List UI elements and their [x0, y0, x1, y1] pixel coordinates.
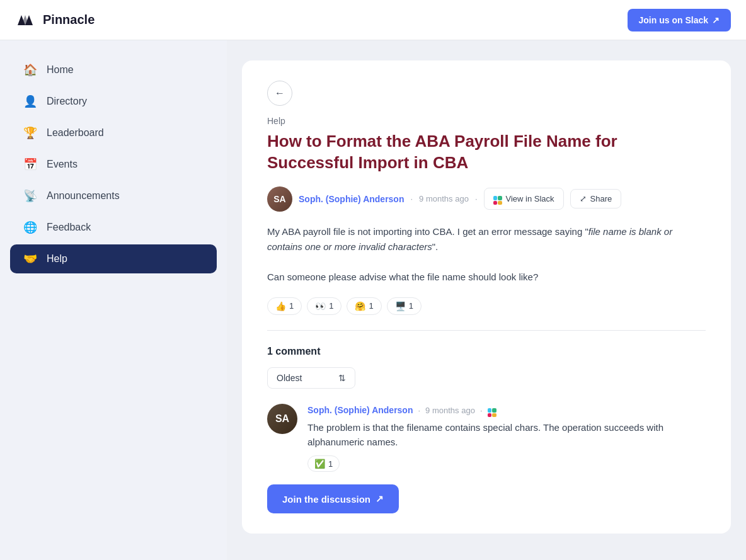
sidebar-item-label: Home: [47, 64, 74, 76]
sidebar-item-directory[interactable]: 👤 Directory: [10, 87, 217, 116]
app-header: Pinnacle Join us on Slack ↗: [0, 0, 746, 40]
chevron-updown-icon: ⇅: [338, 373, 346, 383]
comment-author-name: Soph. (Sophie) Anderson: [307, 405, 413, 415]
author-dot2: ·: [475, 194, 478, 203]
join-discussion-button[interactable]: Join the discussion ↗: [267, 484, 399, 513]
comment-dot: ·: [418, 406, 420, 415]
error-message-italic: file name is blank or contains one or mo…: [267, 226, 672, 252]
main-content: ← Help How to Format the ABA Payroll Fil…: [227, 40, 746, 560]
leaderboard-icon: 🏆: [23, 126, 38, 140]
comment-author-row: Soph. (Sophie) Anderson · 9 months ago ·: [307, 404, 706, 418]
reactions-row: 👍 1 👀 1 🤗 1 🖥️ 1: [267, 297, 706, 315]
post-body: My ABA payroll file is not importing int…: [267, 224, 706, 285]
comments-header: 1 comment: [267, 346, 706, 357]
page-layout: 🏠 Home 👤 Directory 🏆 Leaderboard 📅 Event…: [0, 0, 746, 560]
author-dot: ·: [410, 194, 413, 203]
home-icon: 🏠: [23, 63, 38, 77]
slack-icon: [493, 193, 502, 205]
eyes-emoji: 👀: [315, 301, 326, 311]
post-title: How to Format the ABA Payroll File Name …: [267, 131, 706, 174]
announcements-icon: 📡: [23, 189, 38, 203]
sidebar-item-label: Directory: [47, 96, 87, 107]
view-in-slack-label: View in Slack: [506, 194, 554, 203]
section-divider: [267, 330, 706, 331]
checkmark-count: 1: [328, 459, 333, 469]
reaction-hugging[interactable]: 🤗 1: [347, 297, 381, 315]
sort-label: Oldest: [277, 373, 302, 383]
external-link-icon: ↗: [712, 15, 720, 25]
view-in-slack-button[interactable]: View in Slack: [484, 188, 564, 210]
share-label: Share: [590, 194, 612, 203]
author-row: SA Soph. (Sophie) Anderson · 9 months ag…: [267, 186, 706, 212]
computer-count: 1: [409, 301, 413, 311]
comment-reaction-checkmark[interactable]: ✅ 1: [307, 455, 340, 472]
comment-body: The problem is that the filename contain…: [307, 421, 706, 449]
post-body-paragraph2: Can someone please advise what the file …: [267, 270, 706, 285]
hugging-emoji: 🤗: [355, 301, 365, 311]
reaction-eyes[interactable]: 👀 1: [307, 297, 341, 315]
comment-dot2: ·: [480, 406, 483, 415]
help-icon: 🤝: [23, 252, 38, 266]
sidebar-item-events[interactable]: 📅 Events: [10, 150, 217, 179]
author-name: Soph. (Sophie) Anderson: [299, 194, 404, 204]
sidebar-item-announcements[interactable]: 📡 Announcements: [10, 181, 217, 210]
sidebar-item-label: Help: [47, 253, 67, 265]
back-button[interactable]: ←: [267, 81, 292, 106]
sidebar-item-label: Announcements: [47, 190, 120, 202]
comment-slack-icon: [488, 404, 496, 418]
eyes-count: 1: [329, 301, 333, 311]
sidebar-item-label: Leaderboard: [47, 127, 104, 139]
comment-time: 9 months ago: [425, 406, 475, 415]
reaction-thumbsup[interactable]: 👍 1: [267, 297, 302, 315]
computer-emoji: 🖥️: [395, 301, 406, 311]
events-icon: 📅: [23, 157, 38, 171]
join-slack-label: Join us on Slack: [639, 15, 708, 25]
author-avatar: SA: [267, 186, 292, 212]
sidebar-item-feedback[interactable]: 🌐 Feedback: [10, 213, 217, 242]
post-time: 9 months ago: [419, 194, 469, 203]
back-arrow-icon: ←: [275, 88, 285, 99]
section-label: Help: [267, 116, 706, 126]
feedback-icon: 🌐: [23, 220, 38, 234]
directory-icon: 👤: [23, 94, 38, 108]
logo-text: Pinnacle: [43, 13, 95, 27]
checkmark-emoji: ✅: [314, 459, 325, 469]
join-discussion-label: Join the discussion: [282, 494, 370, 505]
sidebar-item-leaderboard[interactable]: 🏆 Leaderboard: [10, 118, 217, 147]
comment-item: SA Soph. (Sophie) Anderson · 9 months ag…: [267, 404, 706, 472]
reaction-computer[interactable]: 🖥️ 1: [387, 297, 422, 315]
join-slack-button[interactable]: Join us on Slack ↗: [628, 9, 731, 31]
comment-content: Soph. (Sophie) Anderson · 9 months ago ·: [307, 404, 706, 472]
sidebar-item-help[interactable]: 🤝 Help: [10, 244, 217, 273]
sidebar-item-label: Events: [47, 159, 77, 170]
comment-reactions: ✅ 1: [307, 455, 706, 472]
sort-selector[interactable]: Oldest ⇅: [267, 367, 355, 389]
post-card: ← Help How to Format the ABA Payroll Fil…: [242, 60, 731, 534]
post-body-paragraph1: My ABA payroll file is not importing int…: [267, 224, 706, 254]
sidebar-item-home[interactable]: 🏠 Home: [10, 55, 217, 84]
thumbsup-emoji: 👍: [275, 301, 286, 311]
app-logo: Pinnacle: [15, 13, 95, 28]
hugging-count: 1: [369, 301, 373, 311]
comment-author-avatar: SA: [267, 404, 297, 434]
logo-icon: [15, 13, 38, 28]
sidebar-item-label: Feedback: [47, 222, 91, 233]
external-link-icon: ↗: [376, 493, 384, 505]
share-button[interactable]: ⤢ Share: [570, 189, 622, 209]
thumbsup-count: 1: [289, 301, 294, 311]
sidebar: 🏠 Home 👤 Directory 🏆 Leaderboard 📅 Event…: [0, 40, 227, 560]
share-icon: ⤢: [580, 194, 587, 203]
